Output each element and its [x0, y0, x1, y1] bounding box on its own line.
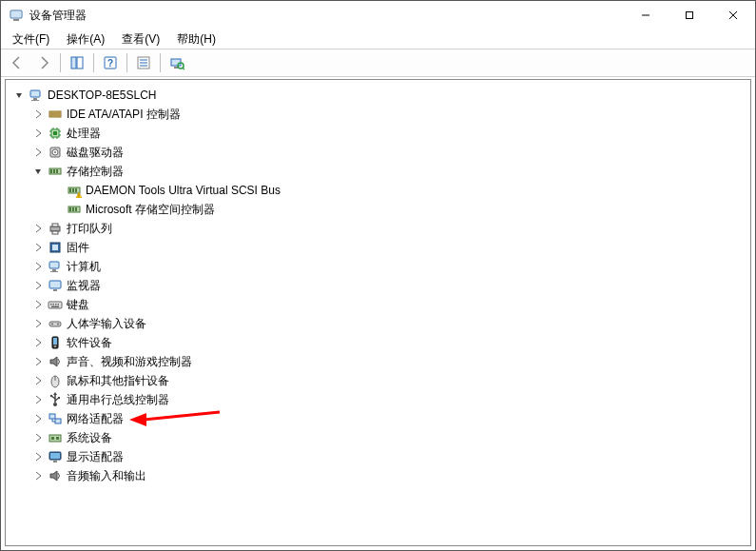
- svg-text:?: ?: [107, 58, 113, 69]
- tree-node-msspace[interactable]: Microsoft 存储空间控制器: [10, 200, 746, 219]
- tree-node-cpu[interactable]: 处理器: [10, 124, 746, 143]
- chevron-right-icon[interactable]: [30, 392, 46, 407]
- tree-node-disk[interactable]: 磁盘驱动器: [10, 143, 746, 162]
- svg-rect-4: [687, 12, 693, 19]
- chevron-right-icon[interactable]: [30, 259, 46, 274]
- svg-rect-1: [13, 19, 19, 21]
- chevron-right-icon[interactable]: [30, 316, 46, 331]
- close-button[interactable]: [711, 1, 755, 30]
- svg-rect-15: [171, 59, 181, 66]
- tree-node-ide-label: IDE ATA/ATAPI 控制器: [67, 107, 181, 123]
- audio-icon: [48, 354, 63, 369]
- tree-node-computer[interactable]: 计算机: [10, 257, 746, 276]
- disk-icon: [48, 145, 63, 160]
- tree-node-storage[interactable]: 存储控制器: [10, 162, 746, 181]
- chevron-right-icon[interactable]: [30, 126, 46, 141]
- firmware-icon: [48, 240, 63, 255]
- menu-action[interactable]: 操作(A): [59, 30, 112, 49]
- tree-node-software-label: 软件设备: [67, 335, 112, 351]
- back-button[interactable]: [5, 50, 29, 75]
- minimize-button[interactable]: [624, 1, 668, 30]
- tree-node-audioio-label: 音频输入和输出: [67, 468, 146, 484]
- tree-node-hid[interactable]: 人体学输入设备: [10, 314, 746, 333]
- tree-node-sound[interactable]: 声音、视频和游戏控制器: [10, 352, 746, 371]
- menubar: 文件(F) 操作(A) 查看(V) 帮助(H): [1, 30, 755, 49]
- tree-node-monitor[interactable]: 监视器: [10, 276, 746, 295]
- tree-node-msspace-label: Microsoft 存储空间控制器: [86, 202, 215, 218]
- tree-node-daemon[interactable]: !DAEMON Tools Ultra Virtual SCSI Bus: [10, 181, 746, 200]
- tree-node-mouse-label: 鼠标和其他指针设备: [67, 373, 169, 389]
- properties-button[interactable]: [131, 50, 156, 75]
- tree-node-keyboard[interactable]: 键盘: [10, 295, 746, 314]
- chevron-right-icon[interactable]: [30, 373, 46, 388]
- tree-node-usb[interactable]: 通用串行总线控制器: [10, 390, 746, 409]
- tree-node-printq[interactable]: 打印队列: [10, 219, 746, 238]
- svg-rect-19: [30, 90, 40, 97]
- forward-button[interactable]: [31, 50, 56, 75]
- menu-help[interactable]: 帮助(H): [169, 30, 223, 49]
- show-hide-console-button[interactable]: [65, 50, 89, 75]
- tree-node-computer-label: 计算机: [67, 259, 101, 275]
- svg-rect-64: [53, 304, 55, 305]
- svg-rect-63: [50, 304, 52, 305]
- svg-rect-7: [71, 57, 76, 69]
- svg-rect-22: [49, 111, 61, 117]
- usb-icon: [48, 392, 63, 407]
- menu-view[interactable]: 查看(V): [114, 30, 167, 49]
- tree-node-firmware-label: 固件: [67, 240, 89, 256]
- svg-rect-72: [53, 338, 57, 344]
- tree-node-software[interactable]: 软件设备: [10, 333, 746, 352]
- menu-file[interactable]: 文件(F): [5, 30, 57, 49]
- computer-icon: [48, 259, 63, 274]
- svg-point-37: [54, 151, 56, 153]
- tree-node-disk-label: 磁盘驱动器: [67, 145, 124, 161]
- tree-node-ide[interactable]: IDE ATA/ATAPI 控制器: [10, 105, 746, 124]
- titlebar-left: 设备管理器: [9, 8, 87, 24]
- svg-rect-21: [31, 100, 39, 101]
- chevron-right-icon[interactable]: [30, 335, 46, 350]
- tree-node-keyboard-label: 键盘: [67, 297, 89, 313]
- chevron-down-icon[interactable]: [11, 88, 27, 103]
- window-controls: [624, 1, 755, 30]
- chevron-right-icon[interactable]: [30, 240, 46, 255]
- svg-line-18: [183, 68, 184, 69]
- chevron-right-icon[interactable]: [30, 430, 46, 445]
- toolbar-separator: [60, 53, 61, 72]
- storage-item-icon: [67, 202, 82, 217]
- svg-rect-56: [52, 245, 58, 250]
- chevron-right-icon[interactable]: [30, 221, 46, 236]
- chevron-right-icon[interactable]: [30, 468, 46, 483]
- svg-rect-52: [50, 226, 60, 231]
- tree-node-display-label: 显示适配器: [67, 449, 124, 465]
- chevron-right-icon[interactable]: [30, 145, 46, 160]
- chevron-right-icon[interactable]: [30, 411, 46, 426]
- svg-rect-43: [69, 188, 71, 192]
- cpu-icon: [48, 126, 63, 141]
- window-title: 设备管理器: [29, 8, 87, 24]
- svg-rect-92: [50, 453, 60, 459]
- chevron-right-icon[interactable]: [30, 278, 46, 293]
- chevron-right-icon[interactable]: [30, 354, 46, 369]
- chevron-right-icon[interactable]: [30, 297, 46, 312]
- tree-node-network[interactable]: 网络适配器: [10, 409, 746, 428]
- tree-node-audioio[interactable]: 音频输入和输出: [10, 466, 746, 485]
- app-icon: [9, 8, 24, 23]
- tree-node-display[interactable]: 显示适配器: [10, 447, 746, 466]
- chevron-right-icon[interactable]: [30, 107, 46, 122]
- svg-rect-88: [49, 435, 61, 442]
- svg-rect-82: [58, 397, 60, 399]
- tree-node-system[interactable]: 系统设备: [10, 428, 746, 447]
- scan-hardware-button[interactable]: [165, 50, 189, 75]
- storage-item-icon: !: [67, 183, 82, 198]
- tree-node-mouse[interactable]: 鼠标和其他指针设备: [10, 371, 746, 390]
- help-button[interactable]: ?: [98, 50, 123, 75]
- svg-rect-67: [51, 306, 59, 308]
- device-tree[interactable]: DESKTOP-8E5SLCHIDE ATA/ATAPI 控制器处理器磁盘驱动器…: [5, 79, 751, 546]
- chevron-down-icon[interactable]: [30, 164, 46, 179]
- tree-node-firmware[interactable]: 固件: [10, 238, 746, 257]
- tree-root[interactable]: DESKTOP-8E5SLCH: [10, 86, 746, 105]
- chevron-right-icon[interactable]: [30, 449, 46, 464]
- toolbar: ?: [1, 49, 755, 77]
- maximize-button[interactable]: [668, 1, 711, 30]
- tree-node-monitor-label: 监视器: [67, 278, 101, 294]
